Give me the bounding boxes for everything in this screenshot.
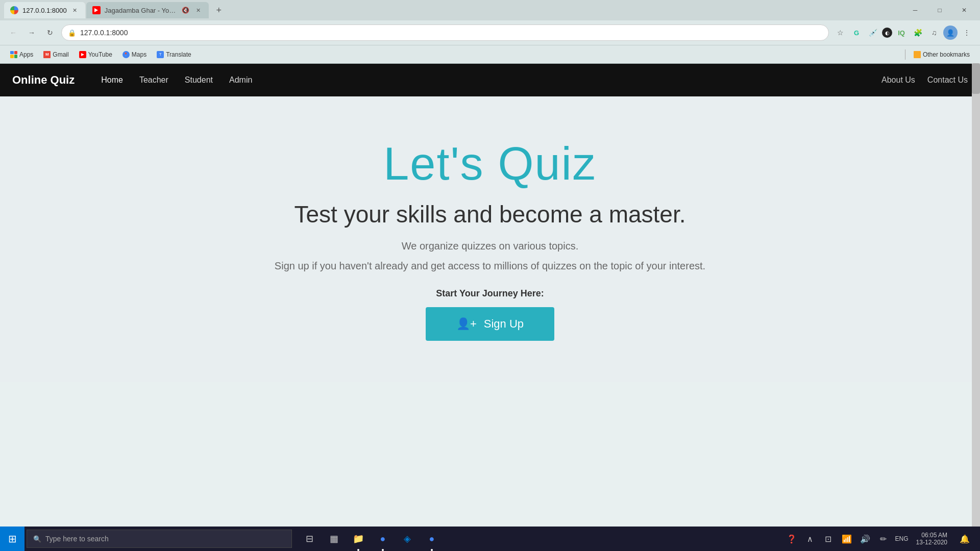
back-button[interactable]: ←: [6, 26, 20, 40]
bookmark-apps[interactable]: Apps: [6, 49, 37, 60]
media-icon[interactable]: ♫: [927, 26, 941, 40]
maps-icon: 📍: [122, 51, 130, 58]
extensions-icon[interactable]: 🧩: [911, 26, 925, 40]
main-content: Let's Quiz Test your skills and become a…: [0, 96, 980, 382]
taskbar-right: ❓ ∧ ⊡ 📶 🔊 ✏ ENG 06:05 AM 13-12-2020 🔔: [779, 527, 980, 551]
tab-bar: 127.0.0.1:8000 ✕ Jagadamba Ghar - YouTub…: [0, 0, 980, 20]
bookmark-maps-label: Maps: [132, 51, 146, 58]
nav-home[interactable]: Home: [95, 71, 129, 89]
language-label: ENG: [894, 531, 910, 547]
cta-label: Start Your Journey Here:: [436, 288, 544, 299]
dark-reader-icon[interactable]: ◐: [882, 28, 892, 38]
hero-subtitle: Test your skills and become a master.: [295, 201, 686, 228]
close-button[interactable]: ✕: [952, 2, 976, 18]
tab-title-2: Jagadamba Ghar - YouTube: [105, 7, 178, 14]
forward-button[interactable]: →: [24, 26, 39, 40]
youtube-icon: [79, 51, 86, 58]
chrome-icon-taskbar[interactable]: ●: [372, 527, 394, 551]
pen-icon[interactable]: ✏: [875, 531, 892, 547]
bookmarks-divider: [905, 49, 905, 60]
volume-icon[interactable]: 🔊: [857, 531, 873, 547]
bookmark-star-icon[interactable]: ☆: [833, 26, 847, 40]
wifi-icon[interactable]: 📶: [839, 531, 855, 547]
taskbar: ⊞ 🔍 Type here to search ⊟ ▦ 📁 ● ◈ ● ❓ ∧ …: [0, 527, 980, 551]
task-view-icon[interactable]: ⊟: [298, 527, 321, 551]
chevron-up-icon[interactable]: ∧: [802, 531, 818, 547]
clock-time: 06:05 AM: [921, 532, 947, 539]
help-icon[interactable]: ❓: [783, 531, 800, 547]
notification-icon[interactable]: 🔔: [953, 527, 976, 551]
nav-teacher[interactable]: Teacher: [133, 71, 175, 89]
address-bar: ← → ↻ 🔒 127.0.0.1:8000 ☆ G 💉 ◐ IQ 🧩 ♫ 👤 …: [0, 20, 980, 45]
folder-icon: [914, 51, 921, 58]
search-icon: 🔍: [33, 535, 41, 543]
security-icon: 🔒: [68, 29, 76, 37]
bookmark-gmail[interactable]: M Gmail: [39, 49, 72, 60]
tab-close-1[interactable]: ✕: [71, 6, 79, 14]
signup-label: Sign Up: [484, 317, 524, 331]
clock-date: 13-12-2020: [916, 539, 947, 546]
bookmark-youtube[interactable]: YouTube: [75, 49, 116, 60]
eyedropper-icon[interactable]: 💉: [866, 26, 880, 40]
iq-extension-icon[interactable]: IQ: [894, 26, 909, 40]
nav-about[interactable]: About Us: [881, 76, 915, 85]
scroll-thumb[interactable]: [972, 63, 980, 94]
nav-contact[interactable]: Contact Us: [927, 76, 968, 85]
tab-title-1: 127.0.0.1:8000: [22, 7, 67, 14]
url-bar[interactable]: 🔒 127.0.0.1:8000: [61, 24, 829, 41]
hero-title: Let's Quiz: [383, 138, 596, 190]
menu-icon[interactable]: ⋮: [960, 26, 974, 40]
tab-inactive[interactable]: Jagadamba Ghar - YouTube 🔇 ✕: [86, 2, 209, 18]
browser-chrome: 127.0.0.1:8000 ✕ Jagadamba Ghar - YouTub…: [0, 0, 980, 64]
bookmark-translate[interactable]: T Translate: [153, 49, 195, 60]
apps-grid-icon: [10, 51, 17, 58]
profile-icon[interactable]: 👤: [943, 26, 958, 40]
grammarly-icon[interactable]: G: [849, 26, 864, 40]
taskbar-search[interactable]: 🔍 Type here to search: [27, 530, 292, 548]
scroll-track[interactable]: [972, 63, 980, 533]
file-explorer-icon[interactable]: 📁: [347, 527, 370, 551]
other-bookmarks[interactable]: Other bookmarks: [910, 49, 974, 60]
taskbar-clock[interactable]: 06:05 AM 13-12-2020: [912, 532, 951, 546]
taskview-icon[interactable]: ⊡: [820, 531, 837, 547]
nav-right: About Us Contact Us: [881, 76, 968, 85]
chrome-icon-taskbar-2[interactable]: ●: [421, 527, 443, 551]
tab-active[interactable]: 127.0.0.1:8000 ✕: [4, 2, 85, 18]
other-bookmarks-label: Other bookmarks: [923, 51, 970, 58]
nav-admin[interactable]: Admin: [223, 71, 258, 89]
hero-desc2: Sign up if you haven't already and get a…: [275, 260, 705, 272]
tab-favicon-youtube: [92, 6, 101, 14]
vscode-icon[interactable]: ◈: [396, 527, 419, 551]
nav-student[interactable]: Student: [179, 71, 219, 89]
start-button[interactable]: ⊞: [0, 527, 24, 551]
signup-button[interactable]: 👤+ Sign Up: [426, 307, 554, 341]
url-text: 127.0.0.1:8000: [80, 29, 822, 37]
refresh-button[interactable]: ↻: [43, 26, 57, 40]
bookmarks-bar: Apps M Gmail YouTube 📍 Maps T Translate …: [0, 45, 980, 63]
hero-desc1: We organize quizzes on various topics.: [402, 240, 578, 252]
window-controls: ─ □ ✕: [903, 2, 976, 18]
search-placeholder: Type here to search: [45, 535, 109, 543]
signup-icon: 👤+: [456, 317, 477, 331]
bookmark-gmail-label: Gmail: [53, 51, 68, 58]
bookmark-apps-label: Apps: [19, 51, 33, 58]
translate-icon: T: [157, 51, 164, 58]
widgets-icon[interactable]: ▦: [323, 527, 345, 551]
toolbar-icons: ☆ G 💉 ◐ IQ 🧩 ♫ 👤 ⋮: [833, 26, 974, 40]
bookmarks-right: Other bookmarks: [903, 49, 974, 60]
bookmark-translate-label: Translate: [166, 51, 191, 58]
minimize-button[interactable]: ─: [903, 2, 927, 18]
tab-favicon-globe: [10, 6, 18, 14]
app-navbar: Online Quiz Home Teacher Student Admin A…: [0, 64, 980, 96]
bookmark-maps[interactable]: 📍 Maps: [118, 49, 151, 60]
tab-mute-icon[interactable]: 🔇: [182, 7, 189, 14]
gmail-icon: M: [43, 51, 51, 58]
add-tab-button[interactable]: +: [212, 3, 226, 17]
taskbar-icons: ⊟ ▦ 📁 ● ◈ ●: [298, 527, 443, 551]
app-logo[interactable]: Online Quiz: [12, 73, 75, 87]
nav-links: Home Teacher Student Admin: [95, 71, 258, 89]
tab-close-2[interactable]: ✕: [194, 6, 203, 14]
maximize-button[interactable]: □: [928, 2, 951, 18]
bookmark-youtube-label: YouTube: [88, 51, 112, 58]
